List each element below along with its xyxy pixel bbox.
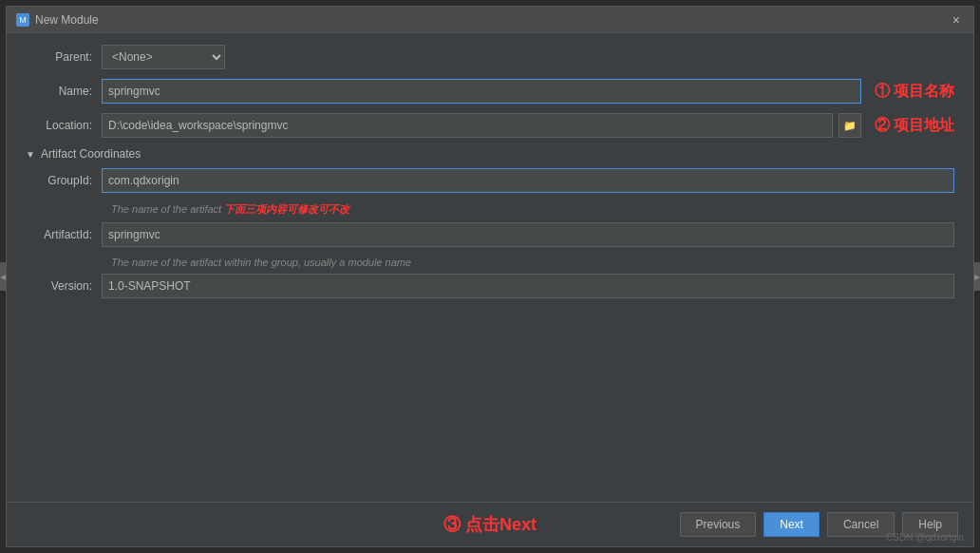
name-row: Name: ① 项目名称 xyxy=(26,79,954,104)
name-annotation: ① 项目名称 xyxy=(875,82,954,102)
artifactid-control xyxy=(102,222,954,247)
artifactid-row: ArtifactId: xyxy=(26,222,954,247)
new-module-dialog: ◀ ▶ M New Module × Parent: <None> Name: … xyxy=(6,6,974,547)
next-button[interactable]: Next xyxy=(763,512,820,537)
folder-button[interactable]: 📁 xyxy=(839,113,861,138)
title-bar: M New Module × xyxy=(7,7,973,33)
section-title: Artifact Coordinates xyxy=(41,147,141,161)
left-handle: ◀ xyxy=(0,262,7,291)
next-annotation: ③ 点击Next xyxy=(443,513,537,536)
title-bar-left: M New Module xyxy=(16,13,99,27)
name-control: ① 项目名称 xyxy=(102,79,954,104)
dialog-title: New Module xyxy=(35,13,99,27)
version-control xyxy=(102,274,954,298)
right-handle: ▶ xyxy=(973,262,980,291)
section-toggle[interactable]: ▼ xyxy=(26,149,35,160)
groupid-hint: The name of the artifact 下面三项内容可修改可不改 xyxy=(111,202,954,217)
version-label: Version: xyxy=(26,279,102,293)
close-button[interactable]: × xyxy=(949,11,964,29)
location-control: 📁 ② 项目地址 xyxy=(102,113,954,138)
groupid-input[interactable] xyxy=(102,168,954,193)
location-label: Location: xyxy=(26,119,102,132)
groupid-control xyxy=(102,168,954,193)
dialog-footer: ③ 点击Next Previous Next Cancel Help CSDN … xyxy=(7,502,973,546)
location-row: Location: 📁 ② 项目地址 xyxy=(26,113,954,138)
name-label: Name: xyxy=(26,85,102,98)
location-annotation: ② 项目地址 xyxy=(875,116,954,136)
dialog-content: Parent: <None> Name: ① 项目名称 Location: 📁 … xyxy=(7,33,973,502)
groupid-label: GroupId: xyxy=(26,174,102,187)
parent-row: Parent: <None> xyxy=(26,45,954,69)
cancel-button[interactable]: Cancel xyxy=(827,512,895,537)
artifact-section-header: ▼ Artifact Coordinates xyxy=(26,147,954,161)
groupid-row: GroupId: xyxy=(26,168,954,193)
copyright-text: CSDN @qdxorigin xyxy=(886,532,964,543)
artifactid-input[interactable] xyxy=(102,222,954,247)
version-row: Version: xyxy=(26,274,954,298)
parent-select[interactable]: <None> xyxy=(102,45,225,69)
module-icon: M xyxy=(16,13,29,27)
groupid-annotation: 下面三项内容可修改可不改 xyxy=(224,203,349,215)
artifactid-hint: The name of the artifact within the grou… xyxy=(111,257,954,268)
empty-area xyxy=(26,308,954,498)
parent-control: <None> xyxy=(102,45,954,69)
parent-label: Parent: xyxy=(26,50,102,64)
previous-button[interactable]: Previous xyxy=(680,512,757,537)
artifactid-label: ArtifactId: xyxy=(26,228,102,241)
location-input[interactable] xyxy=(102,113,833,138)
version-input[interactable] xyxy=(102,274,954,298)
name-input[interactable] xyxy=(102,79,861,104)
